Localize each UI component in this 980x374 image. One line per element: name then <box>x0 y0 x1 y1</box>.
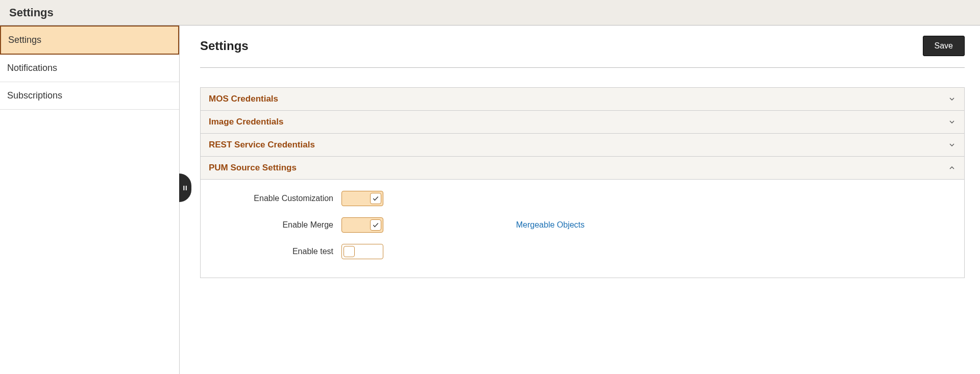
enable-test-toggle[interactable] <box>341 244 383 259</box>
sidebar-item-label: Settings <box>8 35 41 45</box>
sidebar-item-label: Notifications <box>7 63 57 73</box>
row-enable-merge: Enable Merge Mergeable Objects <box>209 217 956 233</box>
enable-merge-label: Enable Merge <box>209 220 341 230</box>
section-pum-body: Enable Customization Enable Merge <box>201 180 964 278</box>
enable-customization-label: Enable Customization <box>209 194 341 203</box>
sidebar-item-subscriptions[interactable]: Subscriptions <box>0 82 179 110</box>
main-content: Settings Save MOS Credentials Image Cred… <box>180 26 980 374</box>
chevron-up-icon <box>948 164 956 172</box>
section-title: MOS Credentials <box>209 94 278 104</box>
section-title: REST Service Credentials <box>209 140 315 150</box>
check-icon <box>372 221 379 229</box>
check-icon <box>372 195 379 202</box>
save-button[interactable]: Save <box>923 36 965 56</box>
toggle-knob <box>370 219 381 231</box>
section-rest-credentials[interactable]: REST Service Credentials <box>201 134 964 157</box>
chevron-down-icon <box>948 95 956 103</box>
page-title: Settings <box>9 6 54 19</box>
main-title: Settings <box>200 39 249 53</box>
enable-test-label: Enable test <box>209 247 341 256</box>
section-title: Image Credentials <box>209 117 283 127</box>
sidebar-item-notifications[interactable]: Notifications <box>0 55 179 82</box>
row-enable-test: Enable test <box>209 244 956 259</box>
sidebar-item-label: Subscriptions <box>7 90 62 101</box>
section-pum-settings[interactable]: PUM Source Settings <box>201 157 964 180</box>
chevron-down-icon <box>948 141 956 149</box>
sidebar: Settings Notifications Subscriptions II <box>0 26 180 374</box>
toggle-knob <box>344 246 355 257</box>
main-layout: Settings Notifications Subscriptions II … <box>0 26 980 374</box>
row-enable-customization: Enable Customization <box>209 191 956 206</box>
section-mos-credentials[interactable]: MOS Credentials <box>201 88 964 111</box>
mergeable-objects-cell: Mergeable Objects <box>516 220 584 230</box>
enable-merge-toggle[interactable] <box>341 217 383 233</box>
main-header: Settings Save <box>200 36 965 68</box>
save-button-label: Save <box>935 41 953 50</box>
mergeable-objects-link[interactable]: Mergeable Objects <box>516 220 584 229</box>
settings-accordion: MOS Credentials Image Credentials REST S… <box>200 87 965 278</box>
top-header: Settings <box>0 0 980 26</box>
enable-customization-toggle[interactable] <box>341 191 383 206</box>
toggle-knob <box>370 193 381 204</box>
section-image-credentials[interactable]: Image Credentials <box>201 111 964 134</box>
section-title: PUM Source Settings <box>209 163 297 173</box>
pause-icon: II <box>183 184 187 192</box>
sidebar-item-settings[interactable]: Settings <box>0 26 179 55</box>
chevron-down-icon <box>948 118 956 126</box>
